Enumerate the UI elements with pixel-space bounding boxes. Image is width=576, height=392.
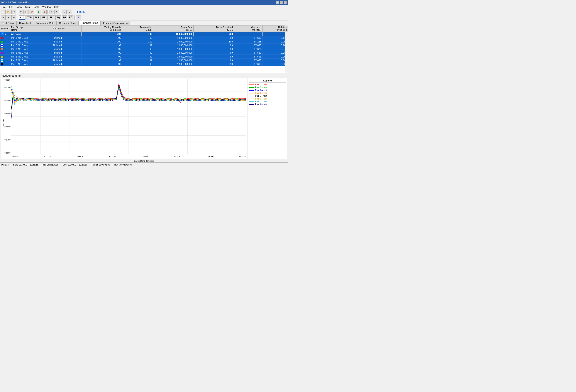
delete-button[interactable]: × [55,10,59,14]
proto-ep2[interactable]: EP2 [48,15,55,20]
col-run-status: Run Status [52,26,82,32]
add-pair-button[interactable]: + [49,10,54,14]
proto-scr[interactable]: SCR [33,15,40,20]
legend-area: Legend Pair 1 -- testPair 2 -- testPair … [248,78,287,159]
cell-pair-transactions: 99 [122,36,153,40]
stop-button[interactable]: ■ [42,10,47,14]
menu-edit[interactable]: Edit [7,5,15,9]
save-button[interactable]: 💾 [11,10,16,14]
cell-pair-transactions: 99 [122,62,153,66]
open-button[interactable]: 📂 [6,10,11,14]
cell-pair-bytes-recv: 99 [194,58,234,62]
cell-pair-records: 99 [82,62,122,66]
cell-pair-precision: 0.050 [262,55,288,58]
chart-container: 0.7125 0.7100 0.7000 0.6900 0.6800 0.670… [0,78,288,160]
vertical-scrollbar[interactable] [285,25,288,73]
cell-pair-name: Pair 5 No Group [10,51,52,55]
cell-pair-icon [0,55,10,58]
run-button[interactable]: ▶ [37,10,41,14]
tb-btn-2[interactable]: ⊕ [6,15,11,20]
cell-pair-bytes-recv: 99 [194,62,234,66]
cell-all-pairs-records: 793 [82,32,122,36]
paste-button[interactable]: 📌 [29,10,34,14]
chart-plot-area: 0.7125 0.7100 0.7000 0.6900 0.6800 0.670… [1,78,247,159]
cell-pair-icon [0,51,10,55]
menu-tools[interactable]: Tools [31,5,41,9]
restore-button[interactable]: □ [280,1,283,4]
new-button[interactable]: 📄 [1,10,6,14]
cell-pair-bytes-sent: 1,980,000,000 [153,55,194,58]
chart-section: Response time 0.7125 0.7100 0.7000 0.690… [0,73,288,163]
proto-sq[interactable]: SQ [55,15,61,20]
cell-pair-records: 99 [82,58,122,62]
cell-pair-status: Finished [52,55,82,58]
proto-pg[interactable]: PG [62,15,67,20]
cell-pair-name: Pair 8 No Group [10,62,52,66]
menu-window[interactable]: Window [40,5,53,9]
status-runtime: Run time: 00:01:09 [91,164,110,166]
proto-pc[interactable]: PC [68,15,73,20]
info-button[interactable]: ℹ [76,15,81,20]
menu-run[interactable]: Run [24,5,31,9]
table-row[interactable]: Pair 6 No Group Finished 99 99 1,980,000… [0,55,288,58]
separator-p1 [17,15,18,20]
menu-help[interactable]: Help [53,5,61,9]
table-row[interactable]: Pair 8 No Group Finished 99 99 1,980,000… [0,62,288,66]
col-bytes-sent: Bytes Sentby E1 [153,26,194,32]
legend-item-5: Pair 5 -- test [249,95,286,97]
cut-button[interactable]: ✂ [19,10,24,14]
proto-all[interactable]: ALL [19,15,26,20]
cell-pair-name: Pair 6 No Group [10,55,52,58]
window-controls: ─ □ ✕ [276,1,287,4]
col-transaction-count: TransactionCount [122,26,153,32]
table-row[interactable]: Pair 5 No Group Finished 99 99 1,980,000… [0,51,288,55]
table-row-all-pairs[interactable]: ▼ All Pairs 793 793 15,860,000,000 793 [0,32,288,36]
cell-pair-bytes-recv: 100 [194,40,234,44]
close-button[interactable]: ✕ [284,1,287,4]
tab-response-time[interactable]: Response Time [57,21,78,25]
menu-file[interactable]: File [0,5,7,9]
cell-pair-icon [0,36,10,40]
tab-transaction-rate[interactable]: Transaction Rate [33,21,57,25]
legend-item-6: Pair 6 -- test [249,98,286,100]
tb-btn-3[interactable]: ⊕ [11,15,16,20]
cell-pair-precision: 0.111 [262,36,288,40]
cell-pair-bytes-sent: 1,980,000,000 [153,51,194,55]
data-table-area: $Group Pair GroupName Run Status Timing … [0,25,288,73]
cell-all-pairs-name: All Pairs [10,32,52,36]
proto-tcp[interactable]: TCP [26,15,33,20]
table-row[interactable]: Pair 4 No Group Finished 99 99 1,980,000… [0,47,288,51]
status-end: End: 2019/5/27, 10:57:27 [63,164,87,166]
cell-pair-transactions: 99 [122,51,153,55]
tab-endpoint-config[interactable]: Endpoint Configuration [101,21,130,25]
table-row[interactable]: Pair 7 No Group Finished 99 99 1,980,000… [0,58,288,62]
tab-throughput[interactable]: Throughput [16,21,33,25]
cell-pair-name: Pair 1 No Group [10,36,52,40]
tb-btn-1[interactable]: ⊕ [1,15,6,20]
cell-pair-records: 100 [82,40,122,44]
table-row[interactable]: Pair 1 No Group Finished 99 99 1,980,000… [0,36,288,40]
tab-raw-data-totals[interactable]: Raw Data Totals [78,21,101,25]
help-button[interactable]: ? [67,10,72,14]
copy-button[interactable]: 📋 [24,10,29,14]
refresh-button[interactable]: ↻ [62,10,67,14]
separator-5 [73,10,74,14]
menu-view[interactable]: View [15,5,24,9]
y-axis: 0.7125 0.7100 0.7000 0.6900 0.6800 0.670… [1,78,11,154]
tab-test-setup[interactable]: Test Setup [0,21,16,25]
table-row[interactable]: Pair 2 No Group Finished 100 100 2,000,0… [0,40,288,44]
cell-pair-bytes-recv: 99 [194,36,234,40]
separator-2 [35,10,36,14]
cell-pair-icon [0,44,10,47]
cell-pair-bytes-recv: 99 [194,47,234,51]
legend-item-2: Pair 2 -- test [249,86,286,89]
chart-title: Response time [0,73,288,78]
table-row[interactable]: Pair 3 No Group Finished 99 99 1,980,000… [0,44,288,47]
cell-pair-transactions: 99 [122,55,153,58]
col-group: $Group [0,26,10,32]
minimize-button[interactable]: ─ [276,1,279,4]
cell-pair-status: Finished [52,58,82,62]
cell-pair-transactions: 99 [122,44,153,47]
cell-pair-name: Pair 7 No Group [10,58,52,62]
proto-ep1[interactable]: EP1 [41,15,48,20]
